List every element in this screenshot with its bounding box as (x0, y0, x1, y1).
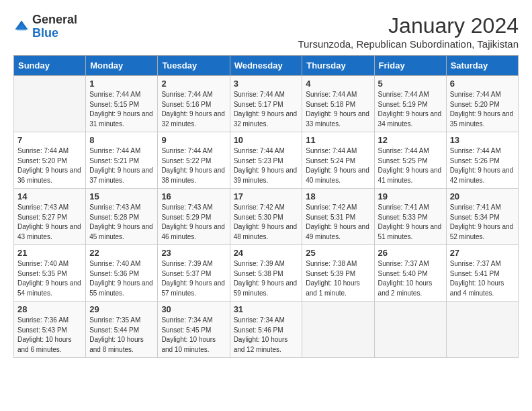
day-number: 28 (17, 304, 82, 314)
calendar-cell (14, 76, 86, 132)
calendar-week-2: 7Sunrise: 7:44 AM Sunset: 5:20 PM Daylig… (14, 132, 519, 189)
calendar-cell (446, 302, 518, 358)
calendar-cell: 7Sunrise: 7:44 AM Sunset: 5:20 PM Daylig… (14, 132, 86, 189)
day-number: 7 (17, 135, 82, 145)
day-number: 13 (450, 135, 515, 145)
day-number: 6 (450, 79, 515, 89)
day-content: Sunrise: 7:44 AM Sunset: 5:23 PM Dayligh… (234, 146, 299, 185)
logo-text: General Blue (32, 13, 77, 40)
day-content: Sunrise: 7:36 AM Sunset: 5:43 PM Dayligh… (17, 316, 82, 355)
calendar-cell: 3Sunrise: 7:44 AM Sunset: 5:17 PM Daylig… (230, 76, 302, 132)
day-content: Sunrise: 7:44 AM Sunset: 5:25 PM Dayligh… (378, 146, 443, 185)
day-content: Sunrise: 7:44 AM Sunset: 5:19 PM Dayligh… (378, 90, 443, 129)
day-content: Sunrise: 7:37 AM Sunset: 5:41 PM Dayligh… (450, 259, 515, 298)
day-content: Sunrise: 7:34 AM Sunset: 5:45 PM Dayligh… (161, 316, 226, 355)
calendar-cell: 1Sunrise: 7:44 AM Sunset: 5:15 PM Daylig… (86, 76, 158, 132)
logo-icon (13, 19, 30, 35)
day-number: 2 (161, 79, 226, 89)
day-number: 3 (234, 79, 299, 89)
header-day-thursday: Thursday (302, 56, 374, 76)
calendar-cell: 6Sunrise: 7:44 AM Sunset: 5:20 PM Daylig… (446, 76, 518, 132)
calendar-cell: 8Sunrise: 7:44 AM Sunset: 5:21 PM Daylig… (86, 132, 158, 189)
calendar-cell: 18Sunrise: 7:42 AM Sunset: 5:31 PM Dayli… (302, 189, 374, 245)
day-number: 19 (378, 191, 443, 201)
day-content: Sunrise: 7:42 AM Sunset: 5:31 PM Dayligh… (306, 203, 370, 242)
day-content: Sunrise: 7:44 AM Sunset: 5:17 PM Dayligh… (234, 90, 299, 129)
header-day-saturday: Saturday (446, 56, 518, 76)
calendar-cell: 29Sunrise: 7:35 AM Sunset: 5:44 PM Dayli… (86, 302, 158, 358)
calendar-cell: 28Sunrise: 7:36 AM Sunset: 5:43 PM Dayli… (14, 302, 86, 358)
page-header: General Blue January 2024 Tursunzoda, Re… (13, 13, 519, 50)
logo: General Blue (13, 13, 77, 40)
day-number: 22 (89, 248, 154, 258)
day-content: Sunrise: 7:44 AM Sunset: 5:18 PM Dayligh… (306, 90, 370, 129)
day-content: Sunrise: 7:41 AM Sunset: 5:33 PM Dayligh… (378, 203, 443, 242)
calendar-cell: 26Sunrise: 7:37 AM Sunset: 5:40 PM Dayli… (374, 245, 446, 302)
day-number: 20 (450, 191, 515, 201)
calendar-cell: 20Sunrise: 7:41 AM Sunset: 5:34 PM Dayli… (446, 189, 518, 245)
day-number: 17 (234, 191, 299, 201)
day-number: 30 (161, 304, 226, 314)
calendar-cell (302, 302, 374, 358)
day-number: 15 (89, 191, 154, 201)
day-number: 23 (161, 248, 226, 258)
calendar-cell: 10Sunrise: 7:44 AM Sunset: 5:23 PM Dayli… (230, 132, 302, 189)
day-number: 14 (17, 191, 82, 201)
day-number: 11 (306, 135, 370, 145)
day-content: Sunrise: 7:43 AM Sunset: 5:28 PM Dayligh… (89, 203, 154, 242)
calendar-week-3: 14Sunrise: 7:43 AM Sunset: 5:27 PM Dayli… (14, 189, 519, 245)
day-number: 31 (234, 304, 299, 314)
day-content: Sunrise: 7:37 AM Sunset: 5:40 PM Dayligh… (378, 259, 443, 298)
calendar-cell: 4Sunrise: 7:44 AM Sunset: 5:18 PM Daylig… (302, 76, 374, 132)
calendar-cell: 16Sunrise: 7:43 AM Sunset: 5:29 PM Dayli… (158, 189, 230, 245)
calendar-cell: 2Sunrise: 7:44 AM Sunset: 5:16 PM Daylig… (158, 76, 230, 132)
calendar-body: 1Sunrise: 7:44 AM Sunset: 5:15 PM Daylig… (14, 76, 519, 358)
day-content: Sunrise: 7:34 AM Sunset: 5:46 PM Dayligh… (234, 316, 299, 355)
day-number: 24 (234, 248, 299, 258)
day-content: Sunrise: 7:40 AM Sunset: 5:35 PM Dayligh… (17, 259, 82, 298)
calendar-cell: 11Sunrise: 7:44 AM Sunset: 5:24 PM Dayli… (302, 132, 374, 189)
day-number: 18 (306, 191, 370, 201)
calendar-cell: 17Sunrise: 7:42 AM Sunset: 5:30 PM Dayli… (230, 189, 302, 245)
day-content: Sunrise: 7:43 AM Sunset: 5:27 PM Dayligh… (17, 203, 82, 242)
calendar-cell: 5Sunrise: 7:44 AM Sunset: 5:19 PM Daylig… (374, 76, 446, 132)
day-content: Sunrise: 7:44 AM Sunset: 5:24 PM Dayligh… (306, 146, 370, 185)
day-content: Sunrise: 7:44 AM Sunset: 5:21 PM Dayligh… (89, 146, 154, 185)
day-content: Sunrise: 7:44 AM Sunset: 5:26 PM Dayligh… (450, 146, 515, 185)
calendar-cell: 23Sunrise: 7:39 AM Sunset: 5:37 PM Dayli… (158, 245, 230, 302)
calendar-cell: 9Sunrise: 7:44 AM Sunset: 5:22 PM Daylig… (158, 132, 230, 189)
day-content: Sunrise: 7:42 AM Sunset: 5:30 PM Dayligh… (234, 203, 299, 242)
calendar-cell: 22Sunrise: 7:40 AM Sunset: 5:36 PM Dayli… (86, 245, 158, 302)
day-content: Sunrise: 7:38 AM Sunset: 5:39 PM Dayligh… (306, 259, 370, 298)
calendar-week-1: 1Sunrise: 7:44 AM Sunset: 5:15 PM Daylig… (14, 76, 519, 132)
calendar-cell: 30Sunrise: 7:34 AM Sunset: 5:45 PM Dayli… (158, 302, 230, 358)
calendar-cell: 27Sunrise: 7:37 AM Sunset: 5:41 PM Dayli… (446, 245, 518, 302)
calendar-cell: 12Sunrise: 7:44 AM Sunset: 5:25 PM Dayli… (374, 132, 446, 189)
calendar-cell: 13Sunrise: 7:44 AM Sunset: 5:26 PM Dayli… (446, 132, 518, 189)
day-content: Sunrise: 7:35 AM Sunset: 5:44 PM Dayligh… (89, 316, 154, 355)
day-number: 29 (89, 304, 154, 314)
calendar-header-row: SundayMondayTuesdayWednesdayThursdayFrid… (14, 56, 519, 76)
header-day-tuesday: Tuesday (158, 56, 230, 76)
header-day-monday: Monday (86, 56, 158, 76)
header-day-friday: Friday (374, 56, 446, 76)
day-number: 10 (234, 135, 299, 145)
header-day-wednesday: Wednesday (230, 56, 302, 76)
day-number: 25 (306, 248, 370, 258)
day-number: 5 (378, 79, 443, 89)
location-subtitle: Tursunzoda, Republican Subordination, Ta… (298, 38, 519, 50)
calendar-cell: 14Sunrise: 7:43 AM Sunset: 5:27 PM Dayli… (14, 189, 86, 245)
day-number: 1 (89, 79, 154, 89)
day-number: 16 (161, 191, 226, 201)
day-number: 12 (378, 135, 443, 145)
day-content: Sunrise: 7:44 AM Sunset: 5:22 PM Dayligh… (161, 146, 226, 185)
day-number: 4 (306, 79, 370, 89)
day-content: Sunrise: 7:44 AM Sunset: 5:16 PM Dayligh… (161, 90, 226, 129)
calendar-cell: 19Sunrise: 7:41 AM Sunset: 5:33 PM Dayli… (374, 189, 446, 245)
day-content: Sunrise: 7:44 AM Sunset: 5:15 PM Dayligh… (89, 90, 154, 129)
calendar-week-4: 21Sunrise: 7:40 AM Sunset: 5:35 PM Dayli… (14, 245, 519, 302)
day-content: Sunrise: 7:39 AM Sunset: 5:38 PM Dayligh… (234, 259, 299, 298)
day-number: 27 (450, 248, 515, 258)
calendar-cell: 25Sunrise: 7:38 AM Sunset: 5:39 PM Dayli… (302, 245, 374, 302)
day-number: 9 (161, 135, 226, 145)
